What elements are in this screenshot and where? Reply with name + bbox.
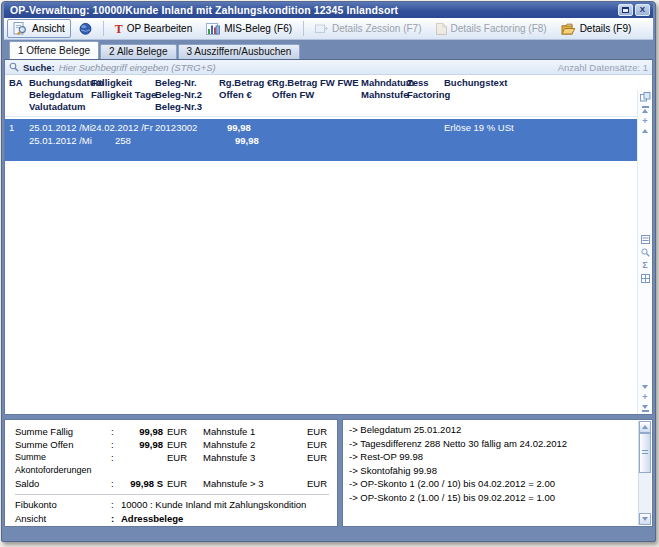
search-label: Suche: xyxy=(23,62,55,73)
window-title: OP-Verwaltung: 10000/Kunde Inland mit Za… xyxy=(10,4,618,16)
cell-zess xyxy=(407,121,444,161)
detail-line: -> Belegdatum 25.01.2012 xyxy=(349,423,634,437)
zession-document-icon xyxy=(315,23,328,34)
col-buchungstext[interactable]: Buchungstext xyxy=(444,77,637,113)
restore-icon xyxy=(622,7,629,13)
scrollbar-thumb[interactable] xyxy=(639,433,651,473)
search-input[interactable] xyxy=(59,62,554,73)
tab-offene-belege[interactable]: 1 Offene Belege xyxy=(9,41,99,59)
globe-icon xyxy=(79,22,92,35)
detail-line: -> OP-Skonto 1 (2.00 / 10) bis 04.02.201… xyxy=(349,477,634,491)
details-factoring-button: Details Factoring (F8) xyxy=(430,20,553,38)
summary-panel: Summe Fällig : 99,98 EUR Mahnstufe 1 EUR… xyxy=(4,419,338,527)
details-zession-label: Details Zession (F7) xyxy=(332,23,421,34)
col-ba[interactable]: BA xyxy=(9,77,29,113)
op-bearbeiten-label: OP Bearbeiten xyxy=(127,23,192,34)
globe-button[interactable] xyxy=(73,19,98,38)
scroll-page-up-icon[interactable]: + xyxy=(642,117,647,125)
ansicht-button[interactable]: Ansicht xyxy=(7,19,71,38)
factoring-document-icon xyxy=(436,23,447,35)
cell-beleg-nr: 20123002 xyxy=(155,121,219,161)
details-info-panel: -> Belegdatum 25.01.2012 -> Tagesdiffere… xyxy=(342,419,653,527)
ansicht-row: Ansicht : Adressbelege xyxy=(15,512,329,526)
col-mahndatum[interactable]: MahndatumMahnstufe xyxy=(361,77,407,113)
summary-row: Summe Fällig : 99,98 EUR Mahnstufe 1 EUR xyxy=(15,425,329,438)
col-rg-betrag[interactable]: Rg.Betrag €Offen € xyxy=(219,77,272,113)
bottom-section: Summe Fällig : 99,98 EUR Mahnstufe 1 EUR… xyxy=(4,419,653,527)
scroll-up-button[interactable] xyxy=(639,421,651,433)
grid-header: BA BuchungsdatumBelegdatumValutadatum Fä… xyxy=(5,75,637,117)
scroll-page-down-icon[interactable]: + xyxy=(642,393,647,401)
column-chooser-icon[interactable] xyxy=(640,92,651,102)
detail-line: -> Skontofähig 99.98 xyxy=(349,464,634,478)
search-grid-icon[interactable] xyxy=(641,248,650,257)
toolbar: Ansicht T OP Bearbeiten MIS-Beleg (F6) xyxy=(4,18,653,40)
scroll-top-icon[interactable] xyxy=(642,106,649,113)
tab-ausziffern-ausbuchen[interactable]: 3 Ausziffern/Ausbuchen xyxy=(178,44,301,59)
cell-dates: 25.01.2012 /Mi25.01.2012 /Mi xyxy=(29,121,91,161)
cell-faelligkeit: 24.02.2012 /Fr258 xyxy=(91,121,155,161)
summary-row: Summe Akontoforderungen : EUR Mahnstufe … xyxy=(15,451,329,477)
summary-row: Summe Offen : 99,98 EUR Mahnstufe 2 EUR xyxy=(15,438,329,451)
edit-op-icon: T xyxy=(115,23,123,35)
summary-row: Saldo : 99,98 S EUR Mahnstufe > 3 EUR xyxy=(15,477,329,490)
toolbar-separator xyxy=(303,21,304,36)
grid-area: BA BuchungsdatumBelegdatumValutadatum Fä… xyxy=(5,75,652,414)
tab-strip: 1 Offene Belege 2 Alle Belege 3 Ausziffe… xyxy=(4,40,653,59)
details-button[interactable]: Details (F9) xyxy=(555,20,638,38)
search-bar: Suche: Anzahl Datensätze: 1 xyxy=(5,60,652,75)
scroll-down-button[interactable] xyxy=(639,513,651,525)
app-window: OP-Verwaltung: 10000/Kunde Inland mit Za… xyxy=(1,1,656,542)
mis-beleg-button[interactable]: MIS-Beleg (F6) xyxy=(200,20,298,38)
cell-ba: 1 xyxy=(9,121,29,161)
tab-alle-belege[interactable]: 2 Alle Belege xyxy=(100,44,176,59)
detail-line: -> Rest-OP 99.98 xyxy=(349,450,634,464)
col-rg-betrag-fw[interactable]: Rg.Betrag FW FWEOffen FW xyxy=(272,77,361,113)
cell-betraege: 99,9899,98 xyxy=(219,121,272,161)
main-panel: Suche: Anzahl Datensätze: 1 BA Buchungsd… xyxy=(4,59,653,415)
detail-line: -> OP-Skonto 2 (1.00 / 15) bis 09.02.201… xyxy=(349,491,634,505)
grid-edit-icon[interactable] xyxy=(641,274,650,283)
op-bearbeiten-button[interactable]: T OP Bearbeiten xyxy=(109,20,198,38)
close-window-button[interactable]: X xyxy=(635,4,650,16)
grid-side-toolbar: + Σ xyxy=(637,90,652,414)
col-buchungsdatum[interactable]: BuchungsdatumBelegdatumValutadatum xyxy=(29,77,91,113)
details-factoring-label: Details Factoring (F8) xyxy=(451,23,547,34)
fibukonto-row: Fibukonto : 10000 : Kunde Inland mit Zah… xyxy=(15,498,329,512)
table-row[interactable]: 1 25.01.2012 /Mi25.01.2012 /Mi 24.02.201… xyxy=(5,119,637,161)
toolbar-separator xyxy=(103,21,104,36)
view-magnifier-icon xyxy=(13,22,28,35)
scroll-up-icon[interactable] xyxy=(642,129,648,133)
sum-icon[interactable]: Σ xyxy=(642,261,647,270)
mis-beleg-label: MIS-Beleg (F6) xyxy=(224,23,292,34)
scroll-bottom-icon[interactable] xyxy=(642,405,649,412)
folder-icon xyxy=(561,23,576,35)
col-faelligkeit[interactable]: FälligkeitFälligkeit Tage xyxy=(91,77,155,113)
search-icon xyxy=(9,62,19,72)
cell-mahndatum xyxy=(361,121,407,161)
bar-chart-icon xyxy=(206,23,220,35)
ansicht-label: Ansicht xyxy=(32,23,65,34)
divider xyxy=(15,494,329,495)
cell-buchungstext: Erlöse 19 % USt xyxy=(444,121,637,161)
vertical-scrollbar[interactable] xyxy=(638,421,651,525)
title-bar[interactable]: OP-Verwaltung: 10000/Kunde Inland mit Za… xyxy=(4,2,653,18)
restore-window-button[interactable] xyxy=(618,4,633,16)
record-count: Anzahl Datensätze: 1 xyxy=(558,62,648,73)
detail-line: -> Tagesdifferenz 288 Netto 30 fällig am… xyxy=(349,437,634,451)
details-zession-button: Details Zession (F7) xyxy=(309,20,427,37)
details-label: Details (F9) xyxy=(580,23,632,34)
list-view-icon[interactable] xyxy=(641,235,650,244)
scroll-down-icon[interactable] xyxy=(642,385,648,389)
cell-betrag-fw xyxy=(272,121,361,161)
col-zess[interactable]: ZessFactoring xyxy=(407,77,444,113)
col-beleg-nr[interactable]: Beleg-Nr.Beleg-Nr.2Beleg-Nr.3 xyxy=(155,77,219,113)
grid-tools: Σ xyxy=(641,235,650,283)
